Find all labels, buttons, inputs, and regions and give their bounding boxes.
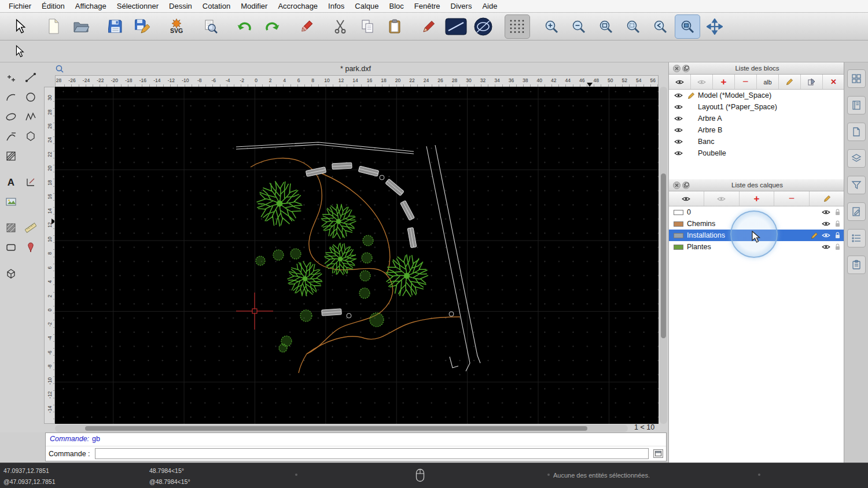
draw-3d-box-tool[interactable] <box>2 264 20 282</box>
draw-arc-tool[interactable] <box>2 88 20 106</box>
dock-notes-button[interactable] <box>847 202 866 221</box>
menu-item-3[interactable]: Sélectionner <box>112 2 164 10</box>
add-layer-button[interactable]: + <box>740 191 775 206</box>
draw-hatch-tool[interactable] <box>2 147 20 165</box>
command-input[interactable] <box>95 448 649 459</box>
save-document-as-button[interactable] <box>130 14 155 39</box>
edit-layer-button[interactable] <box>810 191 844 206</box>
menu-item-10[interactable]: Bloc <box>384 2 409 10</box>
block-row[interactable]: Arbre B <box>669 124 844 136</box>
block-row[interactable]: Banc <box>669 136 844 147</box>
draw-spline-tool[interactable] <box>21 108 40 125</box>
eye-icon[interactable] <box>822 244 830 250</box>
draw-shape-tool[interactable] <box>2 238 20 256</box>
vertical-scrollbar-thumb[interactable] <box>661 173 666 338</box>
dock-clipboard-button[interactable] <box>847 256 866 274</box>
selection-pointer-button[interactable] <box>7 14 32 39</box>
menu-item-2[interactable]: Affichage <box>70 2 112 10</box>
lock-icon[interactable] <box>835 243 840 250</box>
block-row[interactable]: Poubelle <box>669 147 844 159</box>
dock-block-list-button[interactable] <box>847 69 866 88</box>
layer-lock-toggle[interactable] <box>835 232 840 239</box>
edit-block-button[interactable] <box>779 75 801 89</box>
menu-item-9[interactable]: Calque <box>350 2 384 10</box>
fill-hatch-tool[interactable] <box>2 219 20 236</box>
menu-item-4[interactable]: Dessin <box>164 2 197 10</box>
layer-visibility-toggle[interactable] <box>822 221 830 227</box>
menu-item-6[interactable]: Modifier <box>236 2 273 10</box>
insert-image-tool[interactable] <box>2 193 20 210</box>
close-panel-button[interactable] <box>673 182 681 189</box>
menu-item-11[interactable]: Fenêtre <box>409 2 446 10</box>
new-document-button[interactable] <box>41 14 67 39</box>
menu-item-0[interactable]: Fichier <box>3 2 36 10</box>
menu-item-13[interactable]: Aide <box>477 2 502 10</box>
eye-icon[interactable] <box>674 93 683 98</box>
zoom-out-button[interactable] <box>566 14 591 39</box>
insert-block-button[interactable] <box>801 75 823 89</box>
paste-button[interactable] <box>382 14 407 39</box>
redo-button[interactable] <box>259 14 285 39</box>
lock-icon[interactable] <box>835 209 840 216</box>
add-block-button[interactable]: + <box>713 75 735 89</box>
edit-layer-icon[interactable] <box>811 232 818 239</box>
dock-layer-list-button[interactable] <box>847 149 866 168</box>
horizontal-scrollbar-thumb[interactable] <box>85 426 587 431</box>
layer-visibility-toggle[interactable] <box>822 209 830 215</box>
zoom-select-button[interactable] <box>675 14 700 39</box>
export-svg-button[interactable]: SVG <box>164 14 189 39</box>
draw-dimension-tool[interactable] <box>21 173 40 191</box>
float-panel-button[interactable] <box>682 65 690 72</box>
cut-button[interactable] <box>328 14 353 39</box>
float-panel-button[interactable] <box>682 182 690 189</box>
lock-icon[interactable] <box>835 232 840 239</box>
eye-icon[interactable] <box>674 127 683 133</box>
save-document-button[interactable] <box>102 14 128 39</box>
delete-entities-button[interactable] <box>293 14 319 39</box>
dock-list-button[interactable] <box>847 229 866 247</box>
layer-row-Plantes[interactable]: Plantes <box>669 241 844 253</box>
undo-button[interactable] <box>232 14 258 39</box>
draw-curve-tool[interactable] <box>2 127 20 145</box>
dock-entity-filter-button[interactable] <box>847 176 866 194</box>
remove-layer-button[interactable]: − <box>774 191 810 206</box>
horizontal-scrollbar[interactable] <box>55 425 628 432</box>
zoom-window-button[interactable] <box>593 14 619 39</box>
drawing-canvas[interactable] <box>55 87 659 424</box>
eye-icon[interactable] <box>674 104 683 110</box>
draw-polygon-tool[interactable] <box>21 127 40 145</box>
layer-lock-toggle[interactable] <box>835 209 840 216</box>
menu-item-5[interactable]: Cotation <box>197 2 236 10</box>
eye-icon[interactable] <box>674 116 683 121</box>
snap-pin-tool[interactable] <box>21 238 40 256</box>
close-panel-button[interactable] <box>673 65 681 72</box>
show-all-blocks-button[interactable] <box>669 75 691 89</box>
zoom-pan-button[interactable] <box>702 14 727 39</box>
layer-lock-toggle[interactable] <box>835 243 840 250</box>
active-tool-select-button[interactable] <box>8 42 30 61</box>
layer-row-Installations[interactable]: Installations <box>669 230 844 241</box>
zoom-auto-button[interactable] <box>620 14 646 39</box>
draw-circle-tool[interactable] <box>21 88 40 106</box>
eye-icon[interactable] <box>674 150 683 156</box>
draw-point-tool[interactable] <box>2 68 20 86</box>
line-attributes-widget[interactable] <box>443 14 469 39</box>
print-preview-button[interactable] <box>198 14 223 39</box>
open-document-button[interactable] <box>68 14 94 39</box>
layer-visibility-toggle[interactable] <box>822 232 830 238</box>
layer-row-Chemins[interactable]: Chemins <box>669 218 844 230</box>
eye-icon[interactable] <box>822 221 830 227</box>
draw-line-tool[interactable] <box>21 68 40 86</box>
layer-visibility-toggle[interactable] <box>822 244 830 250</box>
layer-lock-toggle[interactable] <box>835 220 840 227</box>
menu-item-12[interactable]: Divers <box>446 2 477 10</box>
menu-item-8[interactable]: Infos <box>323 2 350 10</box>
vertical-scrollbar[interactable] <box>660 87 667 424</box>
pen-attributes-button[interactable] <box>416 14 442 39</box>
lock-icon[interactable] <box>835 220 840 227</box>
block-row[interactable]: Model (*Model_Space) <box>669 90 844 101</box>
eye-icon[interactable] <box>674 139 683 145</box>
detach-command-button[interactable] <box>653 449 663 458</box>
dock-document-button[interactable] <box>847 123 866 141</box>
remove-block-button[interactable]: − <box>735 75 757 89</box>
